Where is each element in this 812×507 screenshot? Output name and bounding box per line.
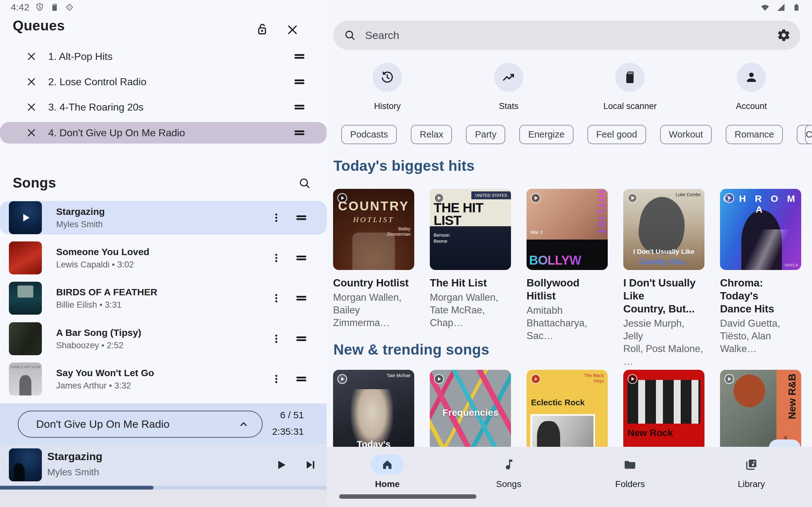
song-menu-button[interactable] — [268, 330, 284, 348]
nav-folders[interactable]: Folders — [569, 447, 691, 507]
art-text: THE HIT LIST — [434, 202, 497, 227]
art-region-badge: UNITED STATES — [471, 191, 511, 199]
chip-romance[interactable]: Romance — [726, 125, 783, 144]
art-vertical-text: HITLIST — [595, 190, 608, 235]
play-button[interactable] — [271, 455, 291, 474]
history-button[interactable]: History — [327, 63, 448, 111]
drag-handle-icon[interactable] — [290, 125, 309, 141]
nav-label: Home — [375, 479, 400, 489]
chip-podcasts[interactable]: Podcasts — [341, 125, 397, 144]
chip-relax[interactable]: Relax — [411, 125, 452, 144]
song-title: Someone You Loved — [56, 246, 268, 257]
chip-feel-good[interactable]: Feel good — [588, 125, 646, 144]
skip-next-button[interactable] — [301, 455, 320, 474]
chip-label: Relax — [420, 129, 443, 140]
playlist-artists: Amitabh Bhattacharya, Sac… — [526, 304, 608, 342]
shield-icon — [35, 3, 44, 12]
settings-gear-button[interactable] — [777, 28, 791, 42]
queue-footer: Don't Give Up On Me Radio 6 / 51 2:35:31 — [0, 403, 327, 444]
chip-workout[interactable]: Workout — [660, 125, 712, 144]
queue-name: 3. 4-The Roaring 20s — [48, 101, 290, 113]
song-menu-button[interactable] — [268, 370, 284, 388]
song-subtitle: Myles Smith — [56, 220, 268, 229]
search-bar[interactable] — [334, 20, 800, 50]
song-row[interactable]: JAMES ARTHUR Say You Won't Let Go James … — [0, 362, 327, 396]
chip-partial[interactable] — [805, 125, 812, 144]
chip-energize[interactable]: Energize — [519, 125, 573, 144]
unlock-button[interactable] — [254, 21, 271, 39]
playlist-art: Frequencies — [430, 370, 511, 451]
stats-button[interactable]: Stats — [448, 63, 570, 111]
song-menu-button[interactable] — [268, 289, 284, 307]
playlist-card[interactable]: C H R O M A HAYLA Chroma: Today's Dance … — [720, 189, 801, 368]
sd-card-icon — [615, 63, 645, 92]
queue-row[interactable]: 3. 4-The Roaring 20s — [0, 95, 327, 120]
drag-handle-icon[interactable] — [292, 250, 311, 266]
album-art: JAMES ARTHUR — [9, 362, 42, 395]
playlist-card[interactable]: Frequencies — [430, 370, 511, 451]
history-icon — [373, 63, 402, 92]
album-art — [9, 282, 42, 315]
drag-handle-icon[interactable] — [290, 99, 309, 115]
song-menu-button[interactable] — [268, 209, 284, 227]
quick-access-label: Local scanner — [603, 101, 657, 111]
queue-row[interactable]: 1. Alt-Pop Hits — [0, 44, 327, 69]
home-icon — [371, 454, 404, 475]
queue-row-selected[interactable]: 4. Don't Give Up On Me Radio — [0, 122, 327, 144]
songs-search-button[interactable] — [295, 174, 314, 193]
song-row[interactable]: BIRDS OF A FEATHER Billie Eilish • 3:31 — [0, 281, 327, 315]
playlist-card[interactable]: New R&B Keable — [720, 370, 801, 451]
playlist-art: Tate McRae Today's — [333, 370, 414, 451]
queue-name: 2. Lose Control Radio — [48, 76, 290, 88]
playlist-art: THE HIT LIST UNITED STATES Benson Boone — [430, 189, 511, 270]
search-input[interactable] — [365, 29, 777, 42]
quick-access-label: Account — [736, 101, 767, 111]
close-queues-button[interactable] — [284, 21, 301, 39]
remove-queue-button[interactable] — [23, 74, 39, 90]
drag-handle-icon[interactable] — [292, 210, 311, 226]
chip-party[interactable]: Party — [466, 125, 505, 144]
home-indicator[interactable] — [339, 494, 476, 499]
current-queue-name: Don't Give Up On Me Radio — [36, 418, 238, 430]
progress-bar[interactable] — [0, 486, 327, 490]
art-text: HOTLIST — [333, 216, 414, 224]
playlist-card[interactable]: New Rock — [623, 370, 705, 451]
remove-queue-button[interactable] — [23, 99, 39, 115]
play-badge-icon — [723, 192, 735, 204]
playlist-card[interactable]: Luke Combs I Don't Usually Like Country,… — [623, 189, 705, 368]
song-row[interactable]: Someone You Loved Lewis Capaldi • 3:02 — [0, 241, 327, 275]
art-credit: Tate McRae — [387, 373, 410, 378]
account-button[interactable]: Account — [691, 63, 812, 111]
song-row-playing[interactable]: Stargazing Myles Smith — [0, 201, 327, 234]
playlist-art: The Black Keys Eclectic Rock — [526, 370, 608, 451]
remove-queue-button[interactable] — [23, 49, 39, 64]
queue-selector[interactable]: Don't Give Up On Me Radio — [18, 411, 263, 438]
drag-handle-icon[interactable] — [292, 331, 311, 347]
album-art-text: JAMES ARTHUR — [9, 365, 42, 369]
close-icon — [286, 23, 299, 37]
drag-handle-icon[interactable] — [292, 371, 311, 387]
mini-player[interactable]: Stargazing Myles Smith — [0, 444, 327, 486]
progress-fill — [0, 486, 154, 490]
playlist-card[interactable]: Tate McRae Today's — [333, 370, 414, 451]
remove-queue-button[interactable] — [23, 125, 39, 141]
art-tag: War 2 — [530, 229, 543, 235]
song-menu-button[interactable] — [268, 249, 284, 267]
play-badge-icon — [530, 192, 542, 204]
playlist-artists: Jessie Murph, Jelly Roll, Post Malone, … — [623, 317, 705, 368]
drag-handle-icon[interactable] — [290, 74, 309, 90]
queue-row[interactable]: 2. Lose Control Radio — [0, 69, 327, 95]
art-credit: Benson Boone — [434, 232, 450, 244]
playlist-card[interactable]: War 2 BOLLYW HITLIST Bollywood Hitlist A… — [526, 189, 608, 368]
diamond-icon — [65, 3, 74, 12]
local-scanner-button[interactable]: Local scanner — [569, 63, 691, 111]
drag-handle-icon[interactable] — [290, 49, 309, 64]
playlist-art: New R&B Keable — [720, 370, 801, 451]
nav-library[interactable]: Library — [691, 447, 812, 507]
play-badge-icon — [336, 373, 348, 385]
lock-open-icon — [255, 22, 270, 37]
home-panel: History Stats Local scanner — [327, 0, 812, 507]
playlist-card[interactable]: The Black Keys Eclectic Rock — [526, 370, 608, 451]
drag-handle-icon[interactable] — [292, 290, 311, 306]
song-row[interactable]: A Bar Song (Tipsy) Shaboozey • 2:52 — [0, 322, 327, 355]
